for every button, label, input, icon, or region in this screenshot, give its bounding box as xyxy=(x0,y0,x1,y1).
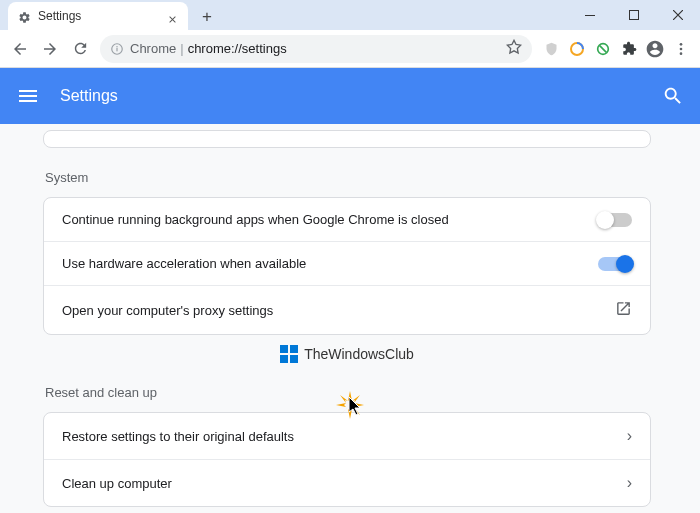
extension-shield-icon[interactable] xyxy=(538,35,564,63)
search-icon[interactable] xyxy=(662,85,684,107)
bookmark-star-icon[interactable] xyxy=(506,39,522,59)
window-titlebar: Settings + xyxy=(0,0,700,30)
maximize-button[interactable] xyxy=(612,0,656,30)
reload-button[interactable] xyxy=(66,35,94,63)
gear-icon xyxy=(18,10,31,23)
window-close-button[interactable] xyxy=(656,0,700,30)
restore-defaults-row[interactable]: Restore settings to their original defau… xyxy=(44,413,650,459)
close-icon[interactable] xyxy=(167,11,178,22)
minimize-button[interactable] xyxy=(568,0,612,30)
back-button[interactable] xyxy=(6,35,34,63)
reset-section-label: Reset and clean up xyxy=(45,385,651,400)
previous-card-stub xyxy=(43,130,651,148)
svg-point-8 xyxy=(680,47,683,50)
cleanup-computer-row[interactable]: Clean up computer › xyxy=(44,459,650,506)
svg-rect-13 xyxy=(290,355,298,363)
proxy-settings-row[interactable]: Open your computer's proxy settings xyxy=(44,285,650,334)
watermark: TheWindowsClub xyxy=(43,345,651,363)
page-title: Settings xyxy=(60,87,662,105)
extensions-puzzle-icon[interactable] xyxy=(616,35,642,63)
row-label: Continue running background apps when Go… xyxy=(62,212,598,227)
svg-rect-3 xyxy=(116,47,117,51)
window-controls xyxy=(568,0,700,30)
reset-card: Restore settings to their original defau… xyxy=(43,412,651,507)
svg-point-7 xyxy=(680,43,683,46)
external-link-icon xyxy=(615,300,632,320)
row-label: Open your computer's proxy settings xyxy=(62,303,615,318)
row-label: Use hardware acceleration when available xyxy=(62,256,598,271)
svg-rect-1 xyxy=(630,11,639,20)
svg-rect-10 xyxy=(280,345,288,353)
tab-title: Settings xyxy=(38,9,160,23)
row-label: Restore settings to their original defau… xyxy=(62,429,627,444)
browser-tab[interactable]: Settings xyxy=(8,2,188,30)
omnibox-text: Chrome | chrome://settings xyxy=(130,41,287,56)
new-tab-button[interactable]: + xyxy=(194,4,220,30)
watermark-text: TheWindowsClub xyxy=(304,346,414,362)
background-apps-row[interactable]: Continue running background apps when Go… xyxy=(44,198,650,241)
system-section-label: System xyxy=(45,170,651,185)
svg-rect-12 xyxy=(280,355,288,363)
system-card: Continue running background apps when Go… xyxy=(43,197,651,335)
extension-green-icon[interactable] xyxy=(590,35,616,63)
toggle-on[interactable] xyxy=(598,257,632,271)
profile-avatar-icon[interactable] xyxy=(642,35,668,63)
info-icon xyxy=(110,42,124,56)
hamburger-menu-icon[interactable] xyxy=(16,84,40,108)
settings-header: Settings xyxy=(0,68,700,124)
svg-point-9 xyxy=(680,52,683,55)
chevron-right-icon: › xyxy=(627,474,632,492)
hardware-accel-row[interactable]: Use hardware acceleration when available xyxy=(44,241,650,285)
svg-rect-11 xyxy=(290,345,298,353)
settings-content: System Continue running background apps … xyxy=(0,124,700,513)
chevron-right-icon: › xyxy=(627,427,632,445)
extension-circle-icon[interactable] xyxy=(564,35,590,63)
browser-toolbar: Chrome | chrome://settings xyxy=(0,30,700,68)
forward-button[interactable] xyxy=(36,35,64,63)
row-label: Clean up computer xyxy=(62,476,627,491)
menu-dots-icon[interactable] xyxy=(668,35,694,63)
address-bar[interactable]: Chrome | chrome://settings xyxy=(100,35,532,63)
windows-logo-icon xyxy=(280,345,298,363)
svg-rect-0 xyxy=(585,15,595,16)
toggle-off[interactable] xyxy=(598,213,632,227)
svg-rect-4 xyxy=(116,46,117,47)
